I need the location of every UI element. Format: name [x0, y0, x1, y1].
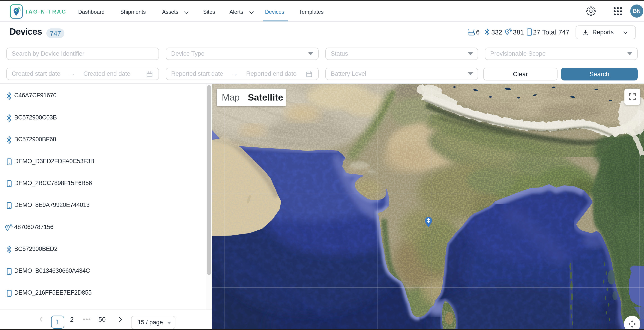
svg-text:TAG-N-TRAC: TAG-N-TRAC	[25, 9, 66, 15]
